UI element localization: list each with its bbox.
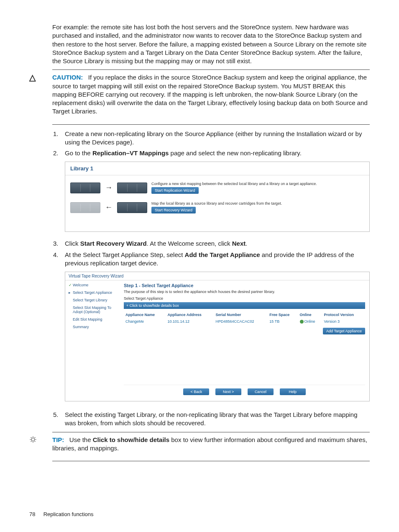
svg-line-5 (31, 437, 32, 438)
section-title: Replication functions (43, 511, 94, 517)
cancel-button[interactable]: Cancel (248, 388, 274, 395)
step-5: 5. Select the existing Target Library, o… (52, 411, 370, 428)
help-button[interactable]: Help (280, 388, 306, 395)
col-name: Appliance Name (124, 311, 166, 318)
caution-text: CAUTION: If you replace the disks in the… (52, 73, 370, 116)
step-4: 4. At the Select Target Appliance Step, … (52, 251, 370, 268)
sidebar-item-edit-slot-mapping[interactable]: Edit Slot Mapping (69, 317, 116, 321)
caution-icon: △ (29, 72, 36, 82)
wizard-sidebar: Welcome Select Target Appliance Select T… (65, 280, 120, 401)
step-3: 3. Click Start Recovery Wizard. At the W… (52, 239, 370, 248)
svg-line-6 (35, 441, 36, 442)
step-1: 1. Create a new non-replicating library … (52, 130, 370, 147)
tip-icon (29, 436, 37, 445)
caution-box: △ CAUTION: If you replace the disks in t… (52, 69, 370, 124)
appliance-table: Appliance Name Appliance Address Serial … (124, 311, 365, 325)
intro-para: For example: the remote site has lost bo… (52, 23, 370, 65)
col-proto: Protocol Version (322, 311, 365, 318)
caution-label: CAUTION: (52, 74, 83, 81)
screenshot-library-mapping: Library 1 → Configure a new slot mapping… (65, 162, 370, 232)
wizard-title: Virtual Tape Recovery Wizard (65, 272, 369, 280)
page-footer: 78 Replication functions (29, 511, 94, 517)
svg-point-0 (31, 438, 35, 441)
sidebar-item-welcome[interactable]: Welcome (69, 283, 116, 287)
start-replication-wizard-button[interactable]: Start Replication Wizard (151, 187, 199, 194)
tip-text: TIP: Use the Click to show/hide details … (52, 436, 370, 453)
tape-drive-icon (117, 202, 147, 213)
sidebar-item-select-slot-mapping[interactable]: Select Slot Mapping To Adopt (Optional) (69, 306, 116, 314)
details-toggle[interactable]: + Click to show/hide details box (124, 302, 365, 309)
col-serial: Serial Number (214, 311, 268, 318)
next-button[interactable]: Next > (215, 388, 241, 395)
back-button[interactable]: < Back (183, 388, 209, 395)
arrow-left-icon: ← (105, 203, 113, 212)
add-target-appliance-button[interactable]: Add Target Appliance (323, 328, 365, 334)
tape-drive-icon (70, 202, 100, 213)
svg-line-8 (35, 437, 36, 438)
table-row[interactable]: ChangeMe 10.101.14.12 HPD48564CCACAC02 1… (124, 318, 365, 325)
step-desc: The purpose of this step is to select th… (124, 290, 365, 294)
tip-box: TIP: Use the Click to show/hide details … (52, 432, 370, 462)
arrow-right-icon: → (105, 183, 113, 192)
status-online-icon (300, 320, 304, 324)
tape-drive-icon (117, 182, 147, 193)
step-heading: Step 1 - Select Target Appliance (124, 283, 365, 288)
svg-line-7 (31, 441, 32, 442)
screenshot-recovery-wizard: Virtual Tape Recovery Wizard Welcome Sel… (65, 272, 370, 401)
tip-label: TIP: (52, 436, 64, 443)
col-online: Online (298, 311, 322, 318)
tape-drive-icon (70, 182, 100, 193)
start-recovery-wizard-button[interactable]: Start Recovery Wizard (151, 207, 196, 213)
sidebar-item-select-target-library[interactable]: Select Target Library (69, 298, 116, 302)
library-title: Library 1 (65, 162, 369, 175)
step-subheading: Select Target Appliance (124, 296, 365, 301)
col-free: Free Space (268, 311, 298, 318)
step-2: 2. Go to the Replication–VT Mappings pag… (52, 149, 370, 157)
sidebar-item-select-target-appliance[interactable]: Select Target Appliance (69, 290, 116, 295)
sidebar-item-summary[interactable]: Summary (69, 325, 116, 329)
col-addr: Appliance Address (166, 311, 214, 318)
page-number: 78 (29, 511, 42, 517)
